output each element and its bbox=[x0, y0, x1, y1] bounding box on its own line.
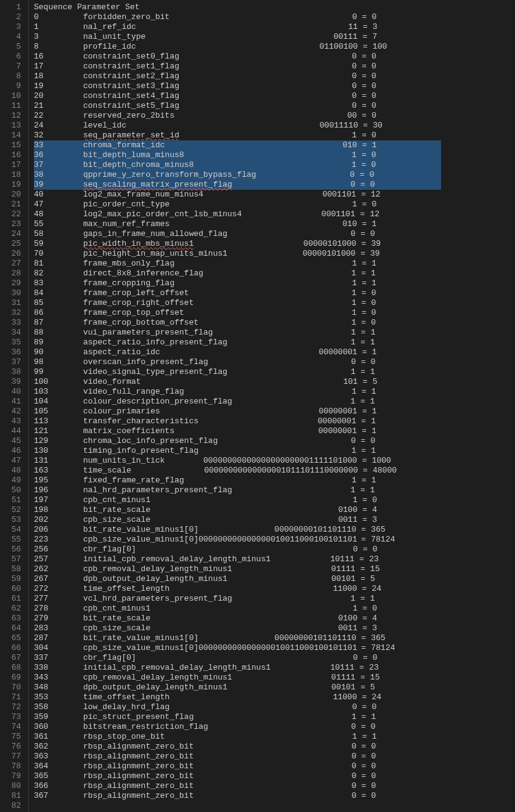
param-row[interactable]: 131num_units_in_tick00000000000000000000… bbox=[34, 456, 441, 466]
param-row[interactable]: 361rbsp_stop_one_bit1=1 bbox=[34, 732, 441, 742]
param-row[interactable]: 83frame_cropping_flag1=1 bbox=[34, 278, 441, 288]
param-row[interactable]: 359pic_struct_present_flag1=1 bbox=[34, 712, 441, 722]
param-row[interactable]: 100video_format101=5 bbox=[34, 377, 441, 387]
param-row[interactable]: 343cpb_removal_delay_length_minus101111=… bbox=[34, 673, 441, 683]
param-row[interactable]: 21constraint_set5_flag0=0 bbox=[34, 101, 441, 111]
param-row[interactable]: 366rbsp_alignment_zero_bit0=0 bbox=[34, 781, 441, 791]
param-row[interactable]: 17constraint_set1_flag0=0 bbox=[34, 62, 441, 71]
param-row[interactable]: 223cpb_size_value_minus1[0]0000000000000… bbox=[34, 535, 441, 545]
param-row[interactable]: 362rbsp_alignment_zero_bit0=0 bbox=[34, 742, 441, 752]
param-row[interactable]: 89aspect_ratio_info_present_flag1=1 bbox=[34, 338, 441, 347]
param-row[interactable]: 38qpprime_y_zero_transform_bypass_flag0=… bbox=[34, 170, 441, 180]
param-row[interactable]: 367rbsp_alignment_zero_bit0=0 bbox=[34, 791, 441, 801]
param-row[interactable]: 113transfer_characteristics00000001=1 bbox=[34, 416, 441, 426]
param-row[interactable]: 86frame_crop_top_offset1=0 bbox=[34, 308, 441, 318]
param-row[interactable]: 90aspect_ratio_idc00000001=1 bbox=[34, 347, 441, 357]
param-row[interactable]: 70pic_height_in_map_units_minus100000101… bbox=[34, 249, 441, 259]
equals-sign: = bbox=[357, 219, 371, 229]
param-offset: 257 bbox=[34, 554, 83, 564]
param-row[interactable]: 82direct_8x8_inference_flag1=1 bbox=[34, 269, 441, 278]
param-row[interactable]: 81frame_mbs_only_flag1=1 bbox=[34, 259, 441, 269]
param-offset: 198 bbox=[34, 505, 83, 515]
param-row[interactable]: 358low_delay_hrd_flag0=0 bbox=[34, 702, 441, 712]
param-value: 1 bbox=[371, 278, 376, 288]
param-row[interactable]: 198bit_rate_scale0100=4 bbox=[34, 505, 441, 515]
param-name: aspect_ratio_info_present_flag bbox=[83, 338, 227, 347]
equals-sign: = bbox=[356, 535, 371, 545]
param-row[interactable]: 104colour_description_present_flag1=1 bbox=[34, 397, 441, 407]
param-row[interactable]: 363rbsp_alignment_zero_bit0=0 bbox=[34, 752, 441, 761]
param-row[interactable]: 283cpb_size_scale0011=3 bbox=[34, 623, 441, 633]
param-row[interactable]: 365rbsp_alignment_zero_bit0=0 bbox=[34, 771, 441, 781]
param-row[interactable]: 1nal_ref_idc11=3 bbox=[34, 22, 441, 32]
param-row[interactable]: 277vcl_hrd_parameters_present_flag1=1 bbox=[34, 594, 441, 604]
code-editor[interactable]: 1234567891011121314151617181920212223242… bbox=[0, 0, 515, 812]
param-row[interactable]: 0forbidden_zero_bit0=0 bbox=[34, 12, 441, 22]
minimap[interactable] bbox=[441, 0, 515, 812]
param-row[interactable]: 279bit_rate_scale0100=4 bbox=[34, 614, 441, 623]
param-row[interactable]: 88vui_parameters_present_flag1=1 bbox=[34, 328, 441, 338]
param-row[interactable]: 195fixed_frame_rate_flag1=1 bbox=[34, 476, 441, 485]
param-value: 5 bbox=[370, 683, 375, 692]
param-row[interactable]: 3nal_unit_type00111=7 bbox=[34, 32, 441, 42]
param-row[interactable]: 121matrix_coefficients00000001=1 bbox=[34, 426, 441, 436]
param-row[interactable]: 24level_idc00011110=30 bbox=[34, 121, 441, 131]
param-row[interactable]: 278cpb_cnt_minus11=0 bbox=[34, 604, 441, 614]
param-row[interactable]: 202cpb_size_scale0011=3 bbox=[34, 515, 441, 525]
param-row[interactable]: 267dpb_output_delay_length_minus100101=5 bbox=[34, 574, 441, 584]
param-row[interactable]: 360bitstream_restriction_flag0=0 bbox=[34, 722, 441, 732]
param-row[interactable]: 103video_full_range_flag1=1 bbox=[34, 387, 441, 397]
equals-sign: = bbox=[357, 623, 372, 633]
param-row[interactable]: 22reserved_zero_2bits00=0 bbox=[34, 111, 441, 121]
param-row[interactable]: 206bit_rate_value_minus1[0]0000000010110… bbox=[34, 525, 441, 535]
param-bits: 11000 bbox=[169, 692, 357, 702]
param-row[interactable]: 364rbsp_alignment_zero_bit0=0 bbox=[34, 761, 441, 771]
param-offset: 362 bbox=[34, 742, 83, 752]
line-number: 68 bbox=[0, 663, 21, 673]
param-row[interactable]: 33chroma_format_idc010=1 bbox=[34, 140, 441, 150]
param-row[interactable]: 18constraint_set2_flag0=0 bbox=[34, 71, 441, 81]
param-offset: 197 bbox=[34, 495, 83, 505]
param-row[interactable]: 353time_offset_length11000=24 bbox=[34, 692, 441, 702]
param-row[interactable]: 55max_num_ref_frames010=1 bbox=[34, 219, 441, 229]
param-row[interactable]: 256cbr_flag[0]0=0 bbox=[34, 545, 441, 554]
param-row[interactable]: 84frame_crop_left_offset1=0 bbox=[34, 288, 441, 298]
param-row[interactable]: 20constraint_set4_flag0=0 bbox=[34, 91, 441, 101]
param-row[interactable]: 99video_signal_type_present_flag1=1 bbox=[34, 367, 441, 377]
editor-content[interactable]: Sequence Parameter Set0forbidden_zero_bi… bbox=[29, 0, 441, 812]
param-row[interactable]: 16constraint_set0_flag0=0 bbox=[34, 52, 441, 62]
param-row[interactable]: 338initial_cpb_removal_delay_length_minu… bbox=[34, 663, 441, 673]
param-row[interactable]: 48log2_max_pic_order_cnt_lsb_minus400011… bbox=[34, 209, 441, 219]
param-row[interactable]: 59pic_width_in_mbs_minus100000101000=39 bbox=[34, 239, 441, 249]
param-row[interactable]: 39seq_scaling_matrix_present_flag0=0 bbox=[34, 180, 441, 190]
param-row[interactable]: 85frame_crop_right_offset1=0 bbox=[34, 298, 441, 308]
param-row[interactable]: 163time_scale000000000000000010111011100… bbox=[34, 466, 441, 476]
param-row[interactable]: 130timing_info_present_flag1=1 bbox=[34, 446, 441, 456]
param-row[interactable]: 98overscan_info_present_flag0=0 bbox=[34, 357, 441, 367]
param-row[interactable]: 129chroma_loc_info_present_flag0=0 bbox=[34, 436, 441, 446]
param-row[interactable]: 32seq_parameter_set_id1=0 bbox=[34, 131, 441, 140]
param-row[interactable]: 37bit_depth_chroma_minus81=0 bbox=[34, 160, 441, 170]
line-number: 21 bbox=[0, 200, 21, 209]
param-row[interactable]: 196nal_hrd_parameters_present_flag1=1 bbox=[34, 485, 441, 495]
param-row[interactable]: 47pic_order_cnt_type1=0 bbox=[34, 200, 441, 209]
param-value: 30 bbox=[373, 121, 383, 131]
param-row[interactable]: 348dpb_output_delay_length_minus100101=5 bbox=[34, 683, 441, 692]
param-row[interactable]: 304cpb_size_value_minus1[0]0000000000000… bbox=[34, 643, 441, 653]
param-row[interactable]: 8profile_idc01100100=100 bbox=[34, 42, 441, 52]
equals-sign: = bbox=[355, 673, 370, 683]
param-row[interactable]: 287bit_rate_value_minus1[0]0000000010110… bbox=[34, 633, 441, 643]
param-row[interactable]: 262cpb_removal_delay_length_minus101111=… bbox=[34, 564, 441, 574]
param-row[interactable]: 36bit_depth_luma_minus81=0 bbox=[34, 150, 441, 160]
param-bits: 0 bbox=[193, 761, 356, 771]
param-row[interactable]: 337cbr_flag[0]0=0 bbox=[34, 653, 441, 663]
param-row[interactable]: 257initial_cpb_removal_delay_length_minu… bbox=[34, 554, 441, 564]
param-row[interactable]: 197cpb_cnt_minus11=0 bbox=[34, 495, 441, 505]
param-row[interactable]: 40log2_max_frame_num_minus40001101=12 bbox=[34, 190, 441, 200]
param-row[interactable]: 87frame_crop_bottom_offset1=0 bbox=[34, 318, 441, 328]
param-row[interactable]: 19constraint_set3_flag0=0 bbox=[34, 81, 441, 91]
param-row[interactable]: 58gaps_in_frame_num_allowed_flag0=0 bbox=[34, 229, 441, 239]
param-name: bit_rate_scale bbox=[83, 614, 150, 623]
param-row[interactable]: 105colour_primaries00000001=1 bbox=[34, 407, 441, 416]
param-row[interactable]: 272time_offset_length11000=24 bbox=[34, 584, 441, 594]
